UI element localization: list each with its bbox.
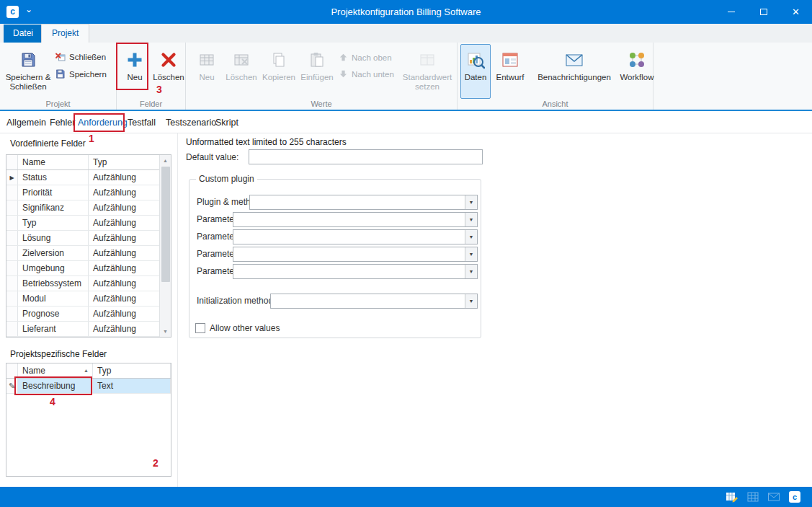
parameter1-combobox[interactable]: ▼ — [233, 212, 478, 227]
tab-testszenario[interactable]: Testszenario — [166, 113, 216, 133]
button-label: Daten — [465, 73, 487, 82]
column-header-typ[interactable]: Typ — [89, 155, 171, 169]
combo-arrow-icon[interactable]: ▼ — [465, 247, 477, 261]
row-indicator — [6, 216, 18, 230]
cell-typ: Aufzählung — [89, 307, 171, 321]
view-design-button[interactable]: Entwurf — [494, 44, 527, 99]
table-row[interactable]: Modul Aufzählung — [6, 291, 171, 307]
vertical-scrollbar[interactable]: ▲ ▼ — [159, 155, 171, 337]
save-project-button[interactable]: Speichern — [55, 66, 107, 82]
tab-skript[interactable]: Skript — [215, 113, 238, 133]
parameter2-combobox[interactable]: ▼ — [233, 229, 478, 244]
row-indicator — [6, 231, 18, 245]
row-indicator — [6, 276, 18, 291]
field-type-info-text: Unformatted text limited to 255 characte… — [186, 137, 347, 147]
column-header-typ[interactable]: Typ — [93, 363, 171, 378]
save-close-icon — [19, 48, 37, 71]
row-indicator: ✎ — [6, 379, 18, 393]
scroll-up-icon[interactable]: ▲ — [160, 155, 171, 166]
plus-icon — [125, 48, 144, 71]
table-row[interactable]: Signifikanz Aufzählung — [6, 200, 171, 216]
table-row[interactable]: Typ Aufzählung — [6, 216, 171, 231]
table-row[interactable]: Lieferant Aufzählung — [6, 322, 171, 337]
table-row[interactable]: Prognose Aufzählung — [6, 307, 171, 322]
fields-panel: Vordefinierte Felder Name Typ ▶ Status A… — [0, 133, 178, 487]
button-label-line: Speichern & — [6, 73, 51, 81]
cell-name: Priorität — [18, 185, 89, 200]
save-and-close-button[interactable]: Speichern & Schließen — [4, 44, 52, 99]
view-notifications-button[interactable]: Benachrichtigungen — [530, 44, 619, 99]
button-label: Neu — [127, 73, 142, 82]
status-app-logo-icon[interactable]: c — [788, 490, 802, 504]
ribbon-tab-datei[interactable]: Datei — [4, 25, 43, 43]
project-fields-table[interactable]: Name ▲ Typ ✎ Beschreibung Text — [6, 363, 171, 477]
table-row[interactable]: Umgebung Aufzählung — [6, 261, 171, 276]
tab-testfall[interactable]: Testfall — [128, 113, 156, 133]
column-header-label: Name — [22, 363, 45, 378]
close-button[interactable]: ✕ — [780, 0, 812, 24]
current-row-pointer-icon: ▶ — [9, 175, 14, 181]
table-row-selected[interactable]: ✎ Beschreibung Text — [6, 379, 171, 394]
table-row[interactable]: Lösung Aufzählung — [6, 231, 171, 246]
cell-name: Zielversion — [18, 246, 89, 260]
sort-ascending-icon: ▲ — [84, 363, 89, 378]
tab-fehler[interactable]: Fehler — [50, 113, 75, 133]
design-view-icon — [501, 48, 519, 71]
combo-arrow-icon[interactable]: ▼ — [465, 213, 477, 226]
ribbon-tab-projekt[interactable]: Projekt — [41, 24, 89, 43]
new-field-button[interactable]: Neu — [119, 44, 151, 99]
predefined-fields-table[interactable]: Name Typ ▶ Status Aufzählung Priorität A… — [6, 154, 171, 338]
table-row[interactable]: Zielversion Aufzählung — [6, 246, 171, 261]
tab-anforderung[interactable]: Anforderung — [78, 113, 128, 133]
table-row[interactable]: Priorität Aufzählung — [6, 185, 171, 200]
view-data-button[interactable]: Daten — [460, 44, 491, 99]
button-label: Speichern — [69, 70, 107, 79]
row-indicator — [6, 307, 18, 321]
view-workflow-button[interactable]: Workflow — [620, 44, 653, 99]
column-header-name[interactable]: Name — [18, 155, 89, 169]
allow-other-values-checkbox[interactable] — [195, 323, 205, 333]
cell-name: Signifikanz — [18, 200, 89, 215]
annotation-number-3: 3 — [156, 84, 162, 95]
data-view-icon — [466, 48, 485, 71]
close-project-icon — [55, 51, 66, 63]
status-fields-icon[interactable] — [725, 490, 739, 504]
scrollbar-thumb[interactable] — [161, 167, 170, 282]
project-fields-title: Projektspezifische Felder — [10, 349, 107, 359]
combo-arrow-icon[interactable]: ▼ — [465, 265, 477, 278]
paste-button: Einfügen — [299, 44, 335, 99]
maximize-button[interactable] — [747, 0, 780, 24]
move-up-button: Nach oben — [339, 50, 392, 66]
ribbon-tab-bar: Datei Projekt — [0, 24, 812, 43]
group-label-projekt: Projekt — [0, 100, 116, 108]
status-mail-icon[interactable] — [767, 490, 781, 504]
plugin-method-combobox[interactable]: ▼ — [249, 195, 478, 210]
combo-arrow-icon[interactable]: ▼ — [465, 230, 477, 244]
row-indicator — [6, 261, 18, 275]
column-header-name[interactable]: Name ▲ — [18, 363, 93, 378]
default-value-input[interactable] — [249, 149, 483, 164]
button-label: Standardwert setzen — [403, 73, 452, 92]
parameter3-combobox[interactable]: ▼ — [233, 247, 478, 262]
annotation-number-4: 4 — [50, 396, 55, 407]
status-table-icon[interactable] — [746, 490, 760, 504]
row-indicator-header — [6, 363, 18, 378]
cell-typ: Aufzählung — [89, 291, 171, 306]
combo-arrow-icon[interactable]: ▼ — [465, 294, 477, 308]
cell-typ: Aufzählung — [89, 231, 171, 245]
minimize-button[interactable] — [715, 0, 747, 24]
button-label-line: Standardwert — [403, 73, 452, 81]
close-project-button[interactable]: Schließen — [55, 49, 106, 65]
initialization-method-combobox[interactable]: ▼ — [270, 294, 478, 309]
button-label: Nach unten — [352, 70, 394, 79]
parameter4-combobox[interactable]: ▼ — [233, 264, 478, 279]
envelope-icon — [565, 48, 584, 71]
tab-allgemein[interactable]: Allgemein — [6, 113, 46, 133]
scroll-down-icon[interactable]: ▼ — [160, 326, 171, 337]
close-icon: ✕ — [792, 7, 800, 17]
table-row[interactable]: ▶ Status Aufzählung — [6, 170, 171, 185]
table-row[interactable]: Betriebssystem Aufzählung — [6, 276, 171, 291]
maximize-icon — [760, 9, 767, 15]
application-window: c ⌄ Projektkonfiguration Billing Softwar… — [0, 0, 812, 507]
combo-arrow-icon[interactable]: ▼ — [465, 195, 477, 209]
